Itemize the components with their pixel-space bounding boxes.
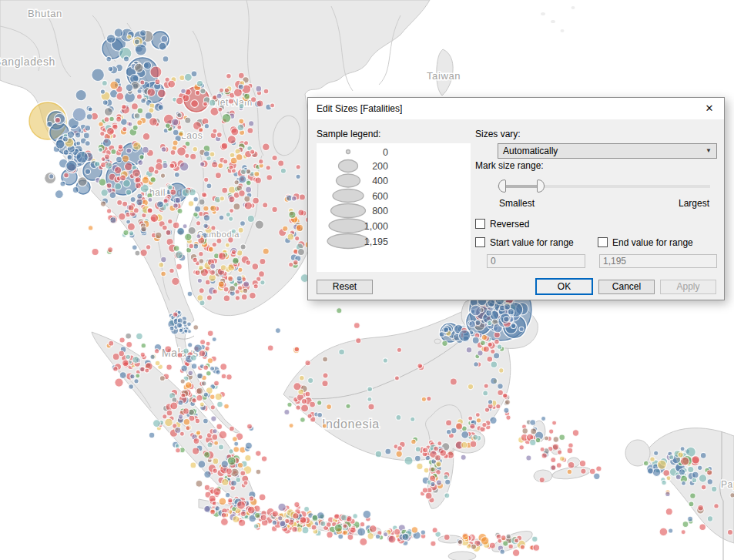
map-mark[interactable] xyxy=(122,104,126,109)
map-mark[interactable] xyxy=(229,449,233,454)
map-mark[interactable] xyxy=(213,129,217,133)
map-mark[interactable] xyxy=(243,281,250,287)
map-mark[interactable] xyxy=(506,415,511,420)
map-mark[interactable] xyxy=(220,196,224,201)
map-mark[interactable] xyxy=(136,199,142,205)
map-mark[interactable] xyxy=(169,326,174,330)
map-mark[interactable] xyxy=(233,447,240,453)
map-mark[interactable] xyxy=(210,509,216,515)
map-mark[interactable] xyxy=(659,528,668,536)
map-mark[interactable] xyxy=(209,152,215,157)
map-mark[interactable] xyxy=(150,177,156,183)
map-mark[interactable] xyxy=(212,162,218,168)
map-mark[interactable] xyxy=(181,89,186,94)
map-mark[interactable] xyxy=(216,93,222,99)
map-mark[interactable] xyxy=(198,461,206,468)
map-mark[interactable] xyxy=(296,224,303,231)
map-mark[interactable] xyxy=(193,438,199,444)
map-mark[interactable] xyxy=(199,199,205,205)
map-mark[interactable] xyxy=(127,35,132,39)
map-mark[interactable] xyxy=(237,501,246,509)
map-mark[interactable] xyxy=(75,90,86,101)
map-mark[interactable] xyxy=(461,454,466,460)
map-mark[interactable] xyxy=(530,439,536,445)
map-mark[interactable] xyxy=(234,180,239,185)
map-mark[interactable] xyxy=(707,479,712,485)
map-mark[interactable] xyxy=(219,444,224,450)
map-mark[interactable] xyxy=(219,498,226,505)
map-mark[interactable] xyxy=(168,80,176,88)
map-mark[interactable] xyxy=(222,478,229,485)
map-mark[interactable] xyxy=(212,242,216,246)
map-mark[interactable] xyxy=(158,105,163,110)
map-mark[interactable] xyxy=(459,330,471,341)
reversed-checkbox[interactable] xyxy=(475,219,485,229)
map-mark[interactable] xyxy=(142,146,149,153)
map-mark[interactable] xyxy=(259,271,265,277)
map-mark[interactable] xyxy=(159,262,164,267)
map-mark[interactable] xyxy=(334,524,342,531)
map-mark[interactable] xyxy=(108,247,113,253)
map-mark[interactable] xyxy=(486,310,492,316)
map-mark[interactable] xyxy=(115,183,122,190)
map-mark[interactable] xyxy=(184,329,188,333)
sizes-vary-dropdown[interactable]: Automatically ▼ xyxy=(498,143,717,159)
map-mark[interactable] xyxy=(140,249,147,256)
map-mark[interactable] xyxy=(451,428,457,434)
map-mark[interactable] xyxy=(221,518,229,526)
map-mark[interactable] xyxy=(126,354,130,359)
map-mark[interactable] xyxy=(173,222,179,229)
map-mark[interactable] xyxy=(568,443,573,448)
map-mark[interactable] xyxy=(173,312,178,317)
map-mark[interactable] xyxy=(161,147,166,153)
map-mark[interactable] xyxy=(488,320,492,325)
map-mark[interactable] xyxy=(311,525,317,530)
map-mark[interactable] xyxy=(85,126,91,132)
map-mark[interactable] xyxy=(137,193,142,199)
map-mark[interactable] xyxy=(239,104,244,109)
map-mark[interactable] xyxy=(177,228,185,236)
map-mark[interactable] xyxy=(553,437,558,442)
map-mark[interactable] xyxy=(305,391,310,397)
map-mark[interactable] xyxy=(489,542,495,548)
map-mark[interactable] xyxy=(556,463,561,468)
map-mark[interactable] xyxy=(147,89,156,97)
map-mark[interactable] xyxy=(239,119,244,124)
map-mark[interactable] xyxy=(199,162,204,166)
map-mark[interactable] xyxy=(539,478,545,483)
map-mark[interactable] xyxy=(675,474,681,480)
map-mark[interactable] xyxy=(128,205,134,211)
map-mark[interactable] xyxy=(166,364,172,370)
map-mark[interactable] xyxy=(163,414,167,419)
map-mark[interactable] xyxy=(210,394,216,400)
map-mark[interactable] xyxy=(211,226,216,230)
map-mark[interactable] xyxy=(481,340,486,346)
map-mark[interactable] xyxy=(119,213,126,220)
map-mark[interactable] xyxy=(183,348,189,354)
map-mark[interactable] xyxy=(253,284,258,289)
map-mark[interactable] xyxy=(78,177,87,186)
map-mark[interactable] xyxy=(67,155,72,160)
map-mark[interactable] xyxy=(293,383,301,391)
map-mark[interactable] xyxy=(196,81,203,87)
map-mark[interactable] xyxy=(259,159,263,164)
map-mark[interactable] xyxy=(212,501,216,506)
map-mark[interactable] xyxy=(327,531,333,538)
map-mark[interactable] xyxy=(185,233,192,240)
map-mark[interactable] xyxy=(411,417,415,421)
map-mark[interactable] xyxy=(183,418,190,425)
map-mark[interactable] xyxy=(136,94,142,99)
map-mark[interactable] xyxy=(360,538,367,545)
map-mark[interactable] xyxy=(266,166,270,170)
map-mark[interactable] xyxy=(229,165,233,169)
map-mark[interactable] xyxy=(654,451,659,455)
map-mark[interactable] xyxy=(247,215,254,222)
map-mark[interactable] xyxy=(142,133,150,141)
map-mark[interactable] xyxy=(163,199,168,203)
map-mark[interactable] xyxy=(113,367,118,371)
map-mark[interactable] xyxy=(468,384,473,390)
map-mark[interactable] xyxy=(385,448,391,454)
map-mark[interactable] xyxy=(701,485,706,490)
map-mark[interactable] xyxy=(678,452,683,458)
map-mark[interactable] xyxy=(193,212,198,216)
